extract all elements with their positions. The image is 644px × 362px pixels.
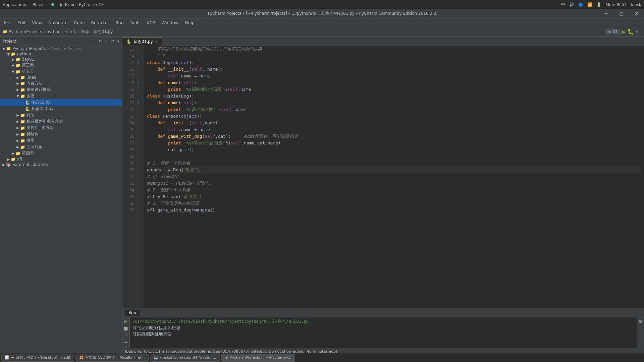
breadcrumb-polymorphism[interactable]: 多态 [81,29,89,35]
sidebar-sync-icon[interactable]: ⟳ [99,39,102,44]
tree-item[interactable]: ▼ 📁 python [0,51,122,57]
tree-item[interactable]: ▶ 📁 面向对象 [0,144,122,150]
run-tab[interactable]: Run [125,310,140,316]
app-icon: ⚙ [51,2,54,7]
tree-item[interactable]: ▼ 📁 第五天 [0,68,122,75]
bottom-panel: Run ▶ ■ ⤵ ☰ ⊞ [122,308,644,355]
menu-help[interactable]: Help [182,19,197,26]
code-content[interactable]: 不同的子类对象调用相同的方法，产生不同的执行结果 """ class Dog(o… [144,46,644,308]
system-bar-right: 中 🔊 🔵 📶 🔋 Mon 09:51 kiosk [561,2,641,7]
menu-navigate[interactable]: Navigate [46,19,70,26]
terminal-icon: 💻 [154,355,158,360]
terminal-label: kiosk@foundation84:/python... [160,355,216,360]
close-button[interactable]: ✕ [629,9,644,18]
sidebar-gear-icon[interactable]: ▾ [117,39,119,44]
run-sort-icon[interactable]: ⊞ [124,346,127,348]
menu-file[interactable]: File [1,19,14,26]
pycharm-label: PycharmProjects – [~/PycharmP... [229,355,291,360]
tree-item[interactable]: ▶ 📚 External Libraries [0,162,122,167]
code-line-14: """ [147,53,641,59]
run-config-label[interactable]: oo01 [605,29,621,35]
sidebar-header: Project ⟳ + ⚙ ▾ [0,37,122,46]
bottom-tabs: Run [122,308,644,317]
editor-tab-icon: 🐍 [126,39,131,44]
window-title: PycharmProjects – [~/PycharmProjects] – … [208,11,436,16]
code-line-20: class Huskie(Dog): [147,93,641,100]
menu-code[interactable]: Code [71,19,88,26]
applications-menu[interactable]: Applications [3,2,27,7]
sidebar-settings-icon[interactable]: ⚙ [111,39,115,44]
tree-item[interactable]: ▶ 📁 第三天 [0,62,122,68]
breadcrumb-project[interactable]: PycharmProjects [9,29,42,34]
code-line-18: def game(self): [147,79,641,86]
tree-item[interactable]: ▶ 📁 类属性--类方法 [0,125,122,131]
pycharm-taskbar-icon: ⚙ [225,355,228,360]
run-gear-icon[interactable]: ⚙ [639,319,643,324]
taskbar-firefox[interactable]: 🦊 写文章-CSDN博客 – Mozilla Firef... [75,354,148,362]
line-numbers: 13 14 15 16 17 18 19 20 21 22 23 24 25 2… [122,46,138,308]
menu-run[interactable]: Run [113,19,126,26]
tree-item[interactable]: ▶ 📁 day01 [0,57,122,62]
tree-item[interactable]: ▶ 📁 xfl [0,157,122,162]
run-with-coverage[interactable]: ⚡ [635,29,639,35]
bluetooth-icon[interactable]: 🔵 [578,2,583,7]
taskbar-terminal[interactable]: 💻 kiosk@foundation84:/python... [150,354,220,362]
breadcrumb-file[interactable]: 多态01.py [94,29,113,35]
ime-icon: 中 [561,2,565,7]
tree-item[interactable]: ▶ 📁 封装 [0,112,122,118]
tree-item[interactable]: ▶ 📁 内置方法 [0,80,122,86]
menu-tools[interactable]: Tools [127,19,143,26]
battery-icon: 🔋 [596,2,601,7]
tree-item[interactable]: 🐍 多态01.py [0,99,122,106]
code-line-24: def __init__(self,name): [147,120,641,126]
gedit-icon: 📝 [5,355,10,360]
sidebar-title: Project [3,39,16,44]
code-line-21: def game(self): [147,100,641,106]
system-bar-left: Applications Places ⚙ JetBrains PyCharm … [3,2,104,7]
tree-item[interactable]: ▼ 📁 PycharmProjects ~/PycharmProjects [0,46,122,51]
menu-vcs[interactable]: VCS [144,19,158,26]
minimize-button[interactable]: ─ [599,9,614,18]
tree-item[interactable]: 🐍 多态练习.py [0,106,122,112]
maximize-button[interactable]: □ [614,9,629,18]
taskbar-gedit[interactable]: 📝 ⬅ 回到，对象 (~/Desktop) - gedit [1,354,74,362]
code-editor[interactable]: 13 14 15 16 17 18 19 20 21 22 23 24 25 2… [122,46,644,308]
code-line-30: # 1. 创建一个狗对象 [147,160,641,167]
tree-item[interactable]: ▶ 📁 私有属性和私有方法 [0,118,122,125]
gutter: ⬇ ⬇ ⬇ [138,46,144,308]
tree-item[interactable]: ▶ 📁 类结构 [0,131,122,137]
code-line-26: def game_with_dog(self,cat): #cat是形参，可以随… [147,133,641,140]
system-bar: Applications Places ⚙ JetBrains PyCharm … [0,0,644,9]
run-button[interactable]: ▶ [622,28,626,35]
menu-edit[interactable]: Edit [15,19,29,26]
menu-refactor[interactable]: Refactor [88,19,112,26]
places-menu[interactable]: Places [33,2,45,7]
taskbar-pycharm[interactable]: ⚙ PycharmProjects – [~/PycharmP... [221,354,295,362]
run-play-icon[interactable]: ▶ [124,319,128,324]
tab-close-button[interactable]: ✕ [155,40,158,44]
network-icon[interactable]: 📶 [587,2,592,7]
run-scroll-end-icon[interactable]: ⤵ [125,333,127,337]
tree-item[interactable]: ▶ 📁 继承 [0,137,122,144]
firefox-label: 写文章-CSDN博客 – Mozilla Firef... [85,355,145,360]
volume-icon[interactable]: 🔊 [569,2,574,7]
run-stop-icon[interactable]: ■ [124,326,128,331]
debug-button[interactable]: 🐛 [627,28,634,35]
menu-view[interactable]: View [29,19,45,26]
run-settings-icon[interactable]: ☰ [124,339,128,344]
project-icon: 📁 [3,29,7,34]
output-line-1: 薛飞龙和旺财快乐的玩耍 [132,325,634,331]
session-label: kiosk [631,2,641,7]
tree-item[interactable]: ▶ 📁 单例设计模式 [0,86,122,93]
code-line-27: print '%s和%s快乐的玩耍'%(self.name,cat.name) [147,140,641,146]
sidebar-collapse-icon[interactable]: + [105,39,108,44]
code-line-23: class Person(object): [147,113,641,120]
breadcrumb-day5[interactable]: 第五天 [65,29,77,35]
menu-window[interactable]: Window [159,19,181,26]
code-line-17: self.name = name [147,73,641,79]
editor-tab-main[interactable]: 🐍 多态01.py ✕ [122,37,162,46]
tree-item[interactable]: ▶ 📁 第四天 [0,150,122,157]
tree-item[interactable]: ▶ 📁 .idea [0,75,122,80]
breadcrumb-python[interactable]: python [46,29,60,34]
tree-item[interactable]: ▼ 📁 多态 [0,93,122,99]
